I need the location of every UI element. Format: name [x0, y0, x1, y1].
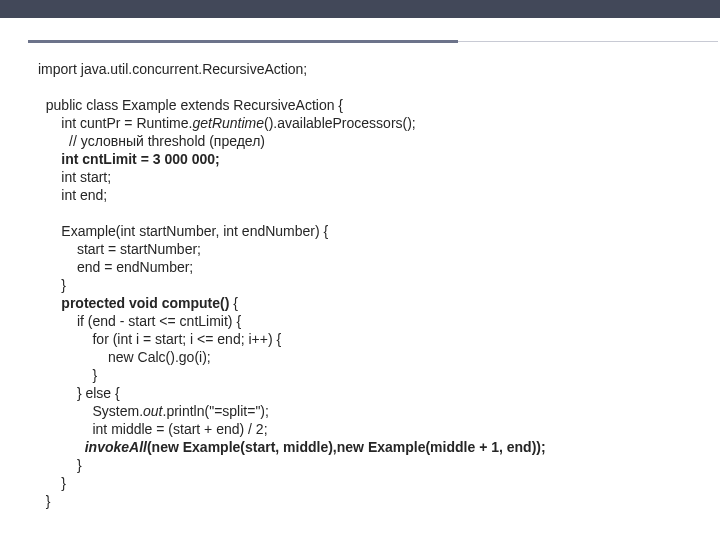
code-line: ().availableProcessors();	[264, 115, 416, 131]
code-bold: (new Example(start, middle),new Example(…	[147, 439, 546, 455]
code-line: int end;	[38, 187, 107, 203]
code-line: end = endNumber;	[38, 259, 193, 275]
code-line: int start;	[38, 169, 111, 185]
code-line: int middle = (start + end) / 2;	[38, 421, 268, 437]
code-line: }	[38, 457, 82, 473]
header-rule	[28, 40, 458, 43]
code-line: new Calc().go(i);	[38, 349, 211, 365]
code-line: } else {	[38, 385, 120, 401]
code-line: }	[38, 475, 66, 491]
code-line: // условный threshold (предел)	[38, 133, 265, 149]
code-line: start = startNumber;	[38, 241, 201, 257]
slide-content: import java.util.concurrent.RecursiveAct…	[38, 60, 700, 510]
code-bold: protected void compute()	[61, 295, 229, 311]
code-line: System.	[38, 403, 143, 419]
code-line: .println("=split=");	[163, 403, 269, 419]
code-line: }	[38, 277, 66, 293]
code-italic: getRuntime	[192, 115, 264, 131]
code-line: if (end - start <= cntLimit) {	[38, 313, 241, 329]
code-line: {	[229, 295, 238, 311]
code-block: import java.util.concurrent.RecursiveAct…	[38, 60, 700, 510]
code-line: }	[38, 367, 97, 383]
code-bold-italic: invokeAll	[85, 439, 147, 455]
code-line	[38, 295, 61, 311]
code-line: import java.util.concurrent.RecursiveAct…	[38, 61, 307, 77]
code-line	[38, 439, 85, 455]
code-italic: out	[143, 403, 162, 419]
code-line: }	[38, 493, 50, 509]
code-line: for (int i = start; i <= end; i++) {	[38, 331, 281, 347]
code-line: int cuntPr = Runtime.	[38, 115, 192, 131]
top-bar	[0, 0, 720, 18]
code-line: public class Example extends RecursiveAc…	[38, 97, 343, 113]
code-line: Example(int startNumber, int endNumber) …	[38, 223, 328, 239]
code-bold: int cntLimit = 3 000 000;	[38, 151, 220, 167]
